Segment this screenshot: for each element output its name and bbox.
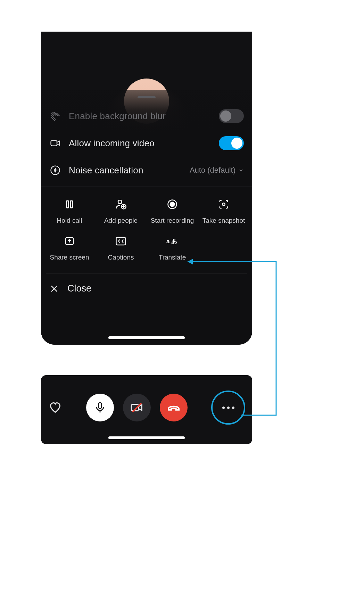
- action-share-screen[interactable]: Share screen: [44, 231, 95, 266]
- settings-list: Enable background blur Allow incoming vi…: [41, 102, 252, 306]
- svg-text:a: a: [166, 238, 170, 245]
- svg-text:あ: あ: [171, 238, 177, 245]
- setting-incoming-video[interactable]: Allow incoming video: [41, 130, 252, 157]
- microphone-icon: [94, 402, 106, 413]
- pause-icon: [63, 198, 76, 211]
- action-add-people[interactable]: Add people: [95, 195, 147, 229]
- more-options-button[interactable]: [211, 391, 245, 425]
- svg-rect-3: [71, 201, 73, 208]
- translate-icon: aあ: [166, 235, 179, 247]
- action-label: Hold call: [57, 217, 82, 224]
- toggle-incoming-video[interactable]: [219, 136, 244, 150]
- action-translate[interactable]: aあ Translate: [147, 231, 198, 266]
- setting-label: Allow incoming video: [69, 138, 219, 149]
- home-indicator: [108, 436, 185, 439]
- noise-value: Auto (default): [190, 166, 235, 175]
- call-buttons: [63, 394, 211, 421]
- close-label: Close: [67, 283, 91, 294]
- action-captions[interactable]: Captions: [95, 231, 147, 266]
- captions-icon: [115, 235, 127, 247]
- chevron-down-icon: [238, 167, 244, 173]
- camera-icon: [49, 137, 61, 149]
- snapshot-icon: [217, 198, 230, 211]
- end-call-button[interactable]: [160, 394, 188, 421]
- svg-point-4: [118, 200, 122, 204]
- svg-point-7: [170, 202, 175, 207]
- svg-point-8: [222, 203, 225, 206]
- svg-rect-10: [116, 237, 125, 245]
- svg-rect-0: [51, 141, 57, 146]
- action-label: Translate: [159, 254, 186, 261]
- action-label: Add people: [104, 217, 138, 224]
- toggle-blur[interactable]: [219, 109, 244, 123]
- svg-point-1: [51, 166, 60, 175]
- svg-rect-13: [99, 403, 102, 409]
- phone-frame-toolbar: [41, 375, 252, 444]
- action-label: Share screen: [50, 254, 89, 261]
- more-icon: [222, 407, 234, 409]
- record-icon: [166, 198, 179, 211]
- share-screen-icon: [63, 235, 76, 247]
- action-hold-call[interactable]: Hold call: [44, 195, 95, 229]
- action-take-snapshot[interactable]: Take snapshot: [198, 195, 249, 229]
- camera-off-icon: [130, 401, 143, 414]
- action-start-recording[interactable]: Start recording: [147, 195, 198, 229]
- close-icon: [49, 284, 59, 294]
- action-label: Take snapshot: [202, 217, 245, 224]
- blur-icon: [49, 110, 61, 122]
- close-button[interactable]: Close: [41, 273, 252, 306]
- svg-rect-2: [66, 201, 68, 208]
- action-label: Captions: [108, 254, 134, 261]
- camera-off-button[interactable]: [123, 394, 151, 421]
- sheet-grabber[interactable]: [138, 96, 156, 98]
- setting-background-blur[interactable]: Enable background blur: [41, 102, 252, 130]
- action-grid: Hold call Add people Start recording Tak…: [41, 187, 252, 271]
- setting-label: Noise cancellation: [69, 165, 190, 176]
- home-indicator: [108, 336, 185, 339]
- add-person-icon: [115, 198, 127, 211]
- setting-label: Enable background blur: [69, 111, 219, 122]
- mute-button[interactable]: [86, 394, 114, 421]
- hangup-icon: [167, 401, 181, 415]
- react-heart-button[interactable]: [48, 400, 63, 415]
- heart-icon: [49, 401, 61, 414]
- setting-noise-cancellation[interactable]: Noise cancellation Auto (default): [41, 157, 252, 184]
- phone-frame-options: Enable background blur Allow incoming vi…: [41, 32, 252, 345]
- action-label: Start recording: [151, 217, 194, 224]
- noise-icon: [49, 164, 61, 176]
- noise-cancellation-select[interactable]: Auto (default): [190, 166, 244, 175]
- call-toolbar: [41, 391, 252, 425]
